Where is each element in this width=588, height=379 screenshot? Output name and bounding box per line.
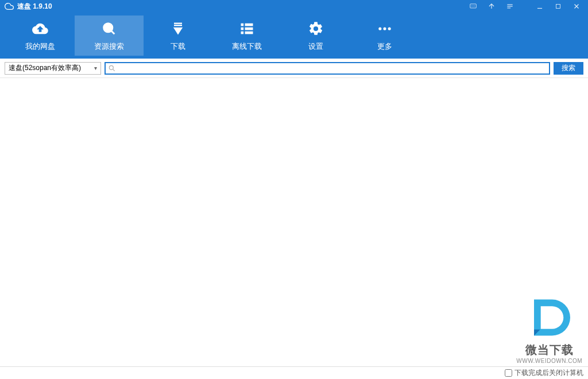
svg-point-18 xyxy=(378,27,381,30)
tab-label: 我的网盘 xyxy=(25,41,55,52)
titlebar: 速盘 1.9.10 xyxy=(0,0,588,13)
minimize-button[interactable] xyxy=(531,0,549,13)
watermark-logo-icon xyxy=(524,292,575,343)
source-selected-label: 速盘(52sopan有效率高) xyxy=(9,63,81,73)
svg-rect-13 xyxy=(245,24,253,26)
close-button[interactable] xyxy=(567,0,586,13)
svg-point-19 xyxy=(383,27,386,30)
titlebar-controls xyxy=(464,0,586,13)
main-toolbar: 我的网盘 资源搜索 下载 离线下载 设置 更多 xyxy=(0,13,588,59)
tab-download[interactable]: 下载 xyxy=(144,16,212,56)
download-icon xyxy=(170,20,186,38)
tab-label: 离线下载 xyxy=(232,41,262,52)
svg-line-9 xyxy=(111,31,115,34)
search-bar: 速盘(52sopan有效率高) 搜索 xyxy=(0,59,588,78)
source-select[interactable]: 速盘(52sopan有效率高) xyxy=(5,62,101,75)
tab-more[interactable]: 更多 xyxy=(350,16,419,56)
search-input-container xyxy=(105,62,550,75)
more-icon xyxy=(377,20,393,38)
search-button[interactable]: 搜索 xyxy=(554,62,583,75)
feedback-button[interactable] xyxy=(464,0,482,13)
app-version: 1.9.10 xyxy=(33,2,52,10)
titlebar-left: 速盘 1.9.10 xyxy=(5,2,52,11)
shutdown-checkbox-label[interactable]: 下载完成后关闭计算机 xyxy=(505,368,583,378)
maximize-button[interactable] xyxy=(549,0,567,13)
search-icon xyxy=(101,20,117,38)
tab-label: 设置 xyxy=(308,41,323,52)
watermark-url: WWW.WEIDOWN.COM xyxy=(516,358,582,364)
svg-rect-14 xyxy=(241,28,244,30)
tab-resource-search[interactable]: 资源搜索 xyxy=(75,16,144,56)
search-button-label: 搜索 xyxy=(562,63,575,73)
svg-rect-15 xyxy=(245,28,253,30)
tab-label: 下载 xyxy=(171,41,185,52)
svg-point-20 xyxy=(388,27,391,30)
watermark: 微当下载 WWW.WEIDOWN.COM xyxy=(516,292,582,364)
tab-offline-download[interactable]: 离线下载 xyxy=(212,16,281,56)
gear-icon xyxy=(308,20,324,38)
list-icon xyxy=(239,20,255,38)
app-title: 速盘 1.9.10 xyxy=(17,2,52,11)
svg-rect-16 xyxy=(241,32,244,34)
tab-label: 更多 xyxy=(377,41,392,52)
shutdown-checkbox[interactable] xyxy=(505,369,512,377)
cloud-disk-icon xyxy=(32,20,48,38)
svg-point-8 xyxy=(104,24,113,32)
shutdown-label-text: 下载完成后关闭计算机 xyxy=(514,368,583,378)
svg-rect-12 xyxy=(241,24,244,26)
search-input[interactable] xyxy=(116,63,547,74)
search-input-icon xyxy=(108,64,116,72)
watermark-title: 微当下载 xyxy=(516,342,582,358)
menu-button[interactable] xyxy=(501,0,519,13)
svg-rect-5 xyxy=(556,5,560,9)
app-name: 速盘 xyxy=(17,2,31,10)
tab-my-netdisk[interactable]: 我的网盘 xyxy=(6,16,75,56)
content-area xyxy=(0,78,588,366)
svg-rect-11 xyxy=(174,25,182,26)
cloud-icon xyxy=(5,2,14,11)
svg-rect-17 xyxy=(245,32,253,34)
svg-point-21 xyxy=(109,65,113,69)
status-bar: 下载完成后关闭计算机 xyxy=(0,366,588,379)
tab-label: 资源搜索 xyxy=(94,41,124,52)
tab-settings[interactable]: 设置 xyxy=(281,16,350,56)
update-button[interactable] xyxy=(482,0,501,13)
svg-line-22 xyxy=(113,69,114,71)
svg-rect-10 xyxy=(174,23,182,24)
